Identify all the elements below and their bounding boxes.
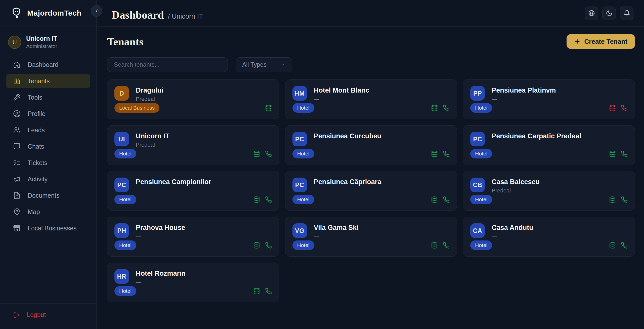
- tenant-name: Casa Balcescu: [492, 178, 540, 186]
- type-filter-value: All Types: [242, 61, 267, 68]
- filter-bar: All Types: [106, 57, 635, 72]
- tenant-card-bottom: Hotel: [292, 103, 450, 113]
- tenant-card[interactable]: CBCasa BalcescuPredealHotel: [463, 171, 635, 211]
- tenant-card-top: CBCasa BalcescuPredeal: [470, 178, 628, 194]
- sidebar-item-label: Documents: [28, 192, 59, 199]
- tenant-card[interactable]: PHPrahova House—Hotel: [107, 217, 279, 257]
- sidebar-item-tools[interactable]: Tools: [6, 90, 90, 105]
- database-icon: [431, 150, 438, 157]
- sidebar-item-profile[interactable]: Profile: [6, 106, 90, 121]
- sidebar-item-tenants[interactable]: Tenants: [6, 74, 90, 88]
- database-icon: [609, 242, 616, 249]
- megaphone-icon: [13, 175, 21, 183]
- tenant-status-icons: [609, 105, 628, 111]
- plus-icon: [574, 38, 581, 45]
- sidebar-collapse-button[interactable]: [91, 5, 102, 17]
- tenant-card-top: HMHotel Mont Blanc—: [292, 86, 450, 102]
- tenant-card[interactable]: DDraguluiPredealLocal Business: [107, 79, 279, 119]
- phone-icon: [443, 242, 450, 249]
- tenant-type-badge: Hotel: [470, 149, 492, 158]
- tenant-card[interactable]: HMHotel Mont Blanc—Hotel: [285, 79, 457, 119]
- tenant-location: —: [492, 233, 533, 240]
- tenant-avatar: PC: [292, 178, 307, 192]
- tenant-card[interactable]: PCPensiunea Căprioara—Hotel: [285, 171, 457, 211]
- tenant-name: Pensiunea Curcubeu: [314, 132, 381, 140]
- create-tenant-button[interactable]: Create Tenant: [567, 34, 635, 49]
- content: Tenants Create Tenant All Types DDragulu…: [97, 27, 644, 329]
- tenant-card-top: PPPensiunea Platinvm—: [470, 86, 628, 102]
- tenant-card-top: VGVila Gama Ski—: [292, 223, 450, 240]
- sidebar-item-label: Profile: [28, 110, 46, 117]
- tenant-card[interactable]: PCPensiunea Curcubeu—Hotel: [285, 125, 457, 165]
- sidebar-nav: DashboardTenantsToolsProfileLeadsChatsTi…: [0, 56, 96, 303]
- logout-icon: [13, 311, 20, 318]
- tenant-location: —: [314, 233, 359, 240]
- tenant-card[interactable]: VGVila Gama Ski—Hotel: [285, 217, 457, 257]
- tenant-card[interactable]: UIUnicorn ITPredealHotel: [107, 125, 279, 165]
- database-icon: [431, 196, 438, 203]
- tenant-avatar: VG: [292, 223, 307, 238]
- tenant-location: Predeal: [136, 96, 163, 102]
- tenant-location: Predeal: [492, 187, 540, 194]
- sidebar-item-dashboard[interactable]: Dashboard: [6, 57, 90, 72]
- tenant-card[interactable]: CACasa Andutu—Hotel: [463, 217, 635, 257]
- tenant-name: Casa Andutu: [492, 224, 533, 232]
- database-icon: [253, 242, 260, 249]
- moon-icon: [606, 10, 613, 17]
- tenant-type-badge: Hotel: [470, 240, 492, 250]
- database-icon: [253, 288, 260, 295]
- sidebar-item-activity[interactable]: Activity: [6, 172, 90, 186]
- database-icon: [609, 150, 616, 157]
- tenant-status-icons: [609, 242, 628, 249]
- sidebar-item-label: Dashboard: [28, 61, 58, 68]
- database-icon: [609, 105, 616, 111]
- theme-toggle-button[interactable]: [602, 7, 616, 20]
- tenant-card[interactable]: PCPensiunea Campionilor—Hotel: [107, 171, 279, 211]
- breadcrumb-separator: /: [168, 13, 170, 20]
- tenant-card-bottom: Hotel: [470, 149, 628, 158]
- sidebar-item-documents[interactable]: Documents: [6, 188, 90, 203]
- tenant-name: Vila Gama Ski: [314, 224, 359, 232]
- sidebar-item-chats[interactable]: Chats: [6, 139, 90, 154]
- tenant-card-bottom: Hotel: [114, 195, 272, 204]
- phone-icon: [443, 196, 450, 203]
- building-icon: [13, 77, 21, 85]
- tenant-type-badge: Hotel: [292, 149, 314, 158]
- phone-icon: [265, 288, 272, 295]
- logout-row: Logout: [0, 303, 96, 329]
- sidebar-item-label: Tools: [28, 94, 42, 101]
- tenant-card[interactable]: PCPensiunea Carpatic Predeal—Hotel: [463, 125, 635, 165]
- tenant-type-badge: Local Business: [114, 103, 159, 113]
- tenant-name: Pensiunea Platinvm: [492, 87, 556, 94]
- tenant-type-badge: Hotel: [114, 240, 136, 250]
- search-input[interactable]: [107, 57, 228, 72]
- tenant-card-top: DDraguluiPredeal: [114, 86, 272, 102]
- user-circle-icon: [13, 110, 21, 117]
- database-icon: [265, 105, 272, 111]
- tenant-avatar: D: [114, 86, 129, 101]
- sidebar-item-label: Tenants: [28, 77, 50, 85]
- logout-button[interactable]: Logout: [13, 311, 83, 318]
- notifications-button[interactable]: [620, 7, 633, 20]
- tenant-status-icons: [431, 105, 450, 111]
- sidebar-item-local-businesses[interactable]: Local Businesses: [6, 221, 90, 235]
- user-role: Administrator: [26, 43, 57, 49]
- tenant-grid: DDraguluiPredealLocal BusinessHMHotel Mo…: [106, 79, 635, 302]
- tenant-type-badge: Hotel: [470, 195, 492, 204]
- tenant-status-icons: [253, 242, 272, 249]
- language-button[interactable]: [585, 7, 598, 20]
- sidebar-item-leads[interactable]: Leads: [6, 123, 90, 137]
- tenant-name: Hotel Mont Blanc: [314, 87, 369, 94]
- tenant-card-bottom: Hotel: [470, 195, 628, 204]
- tenant-avatar: PC: [470, 132, 485, 146]
- tenant-card[interactable]: PPPensiunea Platinvm—Hotel: [463, 79, 635, 119]
- type-filter-select[interactable]: All Types: [236, 57, 292, 72]
- tenant-card[interactable]: HRHotel Rozmarin—Hotel: [107, 263, 279, 302]
- tenant-avatar: PP: [470, 86, 485, 101]
- phone-icon: [621, 150, 628, 157]
- sidebar-item-label: Tickets: [28, 159, 47, 167]
- tenant-card-top: PCPensiunea Căprioara—: [292, 178, 450, 194]
- sidebar-item-tickets[interactable]: Tickets: [6, 155, 90, 170]
- home-icon: [13, 61, 21, 68]
- sidebar-item-map[interactable]: Map: [6, 204, 90, 219]
